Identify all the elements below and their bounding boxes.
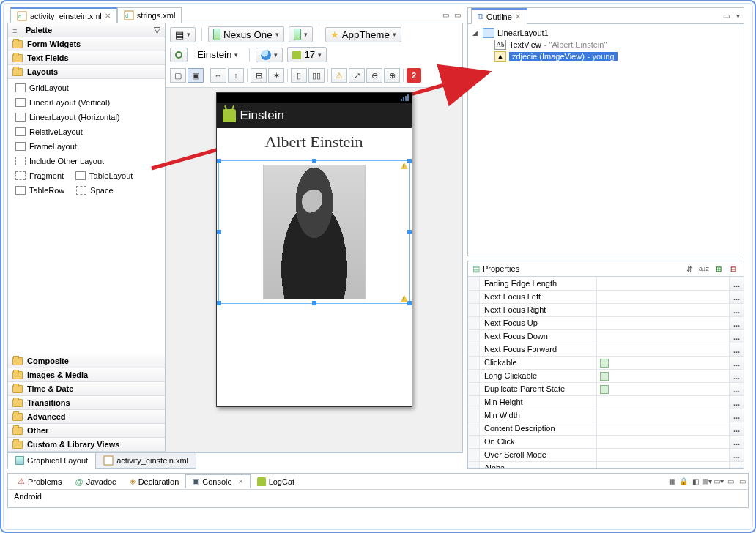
align-horiz[interactable]: ↔ xyxy=(210,68,226,83)
activity-select[interactable]: Einstein▾ xyxy=(192,47,243,62)
tab-activity-einstein[interactable]: d activity_einstein.xml ✕ xyxy=(10,7,117,23)
orientation-button[interactable]: ▾ xyxy=(289,26,313,42)
row-expand[interactable] xyxy=(468,383,480,395)
device-select[interactable]: Nexus One▾ xyxy=(208,26,284,42)
row-expand[interactable] xyxy=(468,343,480,356)
sort-az-icon[interactable]: a↓z xyxy=(698,263,710,275)
property-value[interactable] xyxy=(597,291,729,303)
property-value[interactable] xyxy=(597,396,729,409)
property-row[interactable]: Next Focus Forward... xyxy=(468,343,744,357)
row-expand[interactable] xyxy=(468,462,480,468)
property-row[interactable]: Long Clickable... xyxy=(468,370,744,383)
constraints-toggle[interactable]: ✶ xyxy=(268,68,284,83)
outline-tab[interactable]: ⧉ Outline ✕ xyxy=(471,8,527,24)
console-open-icon[interactable]: ▭▾ xyxy=(713,476,724,488)
outline-tree[interactable]: ◢ LinearLayout1 Ab TextView - "Albert Ei… xyxy=(468,24,744,256)
property-row[interactable]: Min Width... xyxy=(468,409,744,422)
design-canvas[interactable]: Einstein Albert Einstein xyxy=(166,88,462,452)
theme-select[interactable]: ★AppTheme▾ xyxy=(325,27,401,42)
palette-item-linearlayout-v[interactable]: LinearLayout (Vertical) xyxy=(12,97,160,108)
palette-item-gridlayout[interactable]: GridLayout xyxy=(12,82,160,94)
layout-mode-fill[interactable]: ▣ xyxy=(188,68,204,83)
expand-icon[interactable]: ⊞ xyxy=(713,263,724,275)
api-select[interactable]: 17▾ xyxy=(287,47,327,62)
palette-item-space[interactable]: Space xyxy=(73,184,116,196)
row-expand[interactable] xyxy=(468,277,480,290)
console-display-icon[interactable]: ▤▾ xyxy=(701,476,713,488)
property-value[interactable] xyxy=(597,277,729,290)
btab-graphical[interactable]: Graphical Layout xyxy=(7,453,96,469)
property-browse-button[interactable]: ... xyxy=(729,277,744,290)
property-value[interactable] xyxy=(597,409,729,422)
console-clear-icon[interactable]: ▦ xyxy=(666,476,678,488)
palette-cat-layouts[interactable]: Layouts xyxy=(8,65,165,79)
row-expand[interactable] xyxy=(468,409,480,422)
property-row[interactable]: Fading Edge Length... xyxy=(468,277,744,291)
property-browse-button[interactable]: ... xyxy=(729,422,744,435)
row-expand[interactable] xyxy=(468,422,480,435)
palette-cat-form-widgets[interactable]: Form Widgets xyxy=(8,37,165,51)
property-value[interactable] xyxy=(597,383,729,395)
close-icon[interactable]: ✕ xyxy=(105,12,111,20)
menu-view-icon[interactable]: ▾ xyxy=(732,10,744,22)
property-row[interactable]: Next Focus Down... xyxy=(468,330,744,343)
bv-tab-logcat[interactable]: LogCat xyxy=(251,475,301,488)
config-circle-button[interactable] xyxy=(170,48,188,62)
property-value[interactable] xyxy=(597,449,729,461)
tree-node-linearlayout[interactable]: ◢ LinearLayout1 xyxy=(472,27,739,39)
property-browse-button[interactable]: ... xyxy=(729,357,744,369)
bv-tab-javadoc[interactable]: @Javadoc xyxy=(68,475,122,488)
palette-item-tablerow[interactable]: TableRow xyxy=(12,184,67,196)
row-expand[interactable] xyxy=(468,436,480,448)
property-browse-button[interactable]: ... xyxy=(729,304,744,316)
row-expand[interactable] xyxy=(468,291,480,303)
bv-tab-problems[interactable]: ⚠Problems xyxy=(11,474,68,488)
tree-node-textview[interactable]: Ab TextView - "Albert Einstein" xyxy=(472,39,739,51)
property-browse-button[interactable]: ... xyxy=(729,462,744,468)
property-row[interactable]: Over Scroll Mode... xyxy=(468,449,744,462)
console-lock-icon[interactable]: 🔒 xyxy=(678,476,689,488)
close-icon[interactable]: ✕ xyxy=(515,12,521,20)
property-value[interactable] xyxy=(597,370,729,382)
minimize-view-icon[interactable]: ▭ xyxy=(440,10,451,21)
bv-tab-declaration[interactable]: ◈Declaration xyxy=(123,474,186,488)
property-browse-button[interactable]: ... xyxy=(729,383,744,395)
tree-node-imageview[interactable]: ▲ zdjecie (ImageView) - young xyxy=(472,51,739,62)
property-row[interactable]: Duplicate Parent State... xyxy=(468,383,744,396)
btab-source[interactable]: activity_einstein.xml xyxy=(95,453,196,469)
property-browse-button[interactable]: ... xyxy=(729,370,744,382)
columns-2[interactable]: ▯▯ xyxy=(308,68,325,83)
property-row[interactable]: Clickable... xyxy=(468,357,744,370)
resize-handle[interactable] xyxy=(407,230,412,234)
palette-item-tablelayout[interactable]: TableLayout xyxy=(73,170,136,182)
property-browse-button[interactable]: ... xyxy=(729,396,744,409)
property-value[interactable] xyxy=(597,317,729,329)
palette-cat-text-fields[interactable]: Text Fields xyxy=(8,51,165,65)
expand-icon[interactable]: ◢ xyxy=(472,29,480,37)
maximize-view-icon[interactable]: ▭ xyxy=(736,476,748,488)
tab-strings[interactable]: d strings.xml xyxy=(117,7,182,23)
property-browse-button[interactable]: ... xyxy=(729,409,744,422)
warn-toggle[interactable]: ⚠ xyxy=(331,68,347,83)
resize-handle[interactable] xyxy=(312,159,316,163)
property-row[interactable]: Next Focus Up... xyxy=(468,317,744,330)
palette-menu-icon[interactable]: ▽ xyxy=(154,25,160,35)
property-row[interactable]: Min Height... xyxy=(468,396,744,409)
palette-item-linearlayout-h[interactable]: LinearLayout (Horizontal) xyxy=(12,111,160,123)
property-browse-button[interactable]: ... xyxy=(729,330,744,343)
palette-item-framelayout[interactable]: FrameLayout xyxy=(12,141,160,152)
textview-preview[interactable]: Albert Einstein xyxy=(217,128,412,156)
palette-item-relativelayout[interactable]: RelativeLayout xyxy=(12,126,160,138)
palette-cat-transitions[interactable]: Transitions xyxy=(8,396,165,410)
row-expand[interactable] xyxy=(468,304,480,316)
palette-cat-custom[interactable]: Custom & Library Views xyxy=(8,438,165,452)
property-value[interactable] xyxy=(597,304,729,316)
resize-handle[interactable] xyxy=(217,159,221,163)
property-row[interactable]: Content Description... xyxy=(468,422,744,436)
minimize-view-icon[interactable]: ▭ xyxy=(720,10,732,22)
property-browse-button[interactable]: ... xyxy=(729,343,744,356)
palette-cat-composite[interactable]: Composite xyxy=(8,354,165,368)
property-value[interactable] xyxy=(597,462,729,468)
zoom-fit[interactable]: ⤢ xyxy=(349,68,365,83)
palette-cat-advanced[interactable]: Advanced xyxy=(8,410,165,424)
